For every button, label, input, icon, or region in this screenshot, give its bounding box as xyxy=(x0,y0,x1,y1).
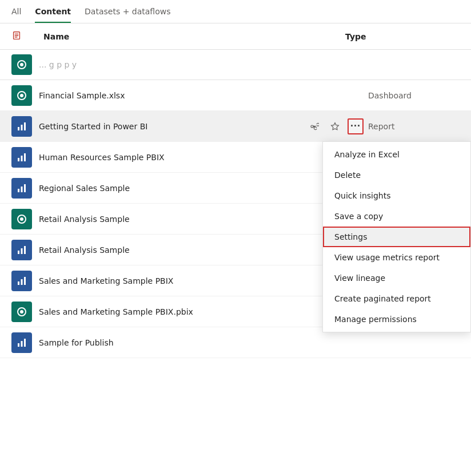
svg-rect-9 xyxy=(21,156,23,161)
svg-rect-25 xyxy=(21,341,23,347)
row-name-getting-started: Getting Started in Power BI xyxy=(39,122,306,131)
row-name-human-resources: Human Resources Sample PBIX xyxy=(39,153,368,162)
table-row-financial[interactable]: Financial Sample.xlsx Dashboard xyxy=(0,80,471,111)
svg-rect-20 xyxy=(21,279,23,285)
svg-rect-17 xyxy=(21,248,23,254)
context-menu: Analyze in Excel Delete Quick insights S… xyxy=(322,141,471,332)
svg-point-15 xyxy=(20,217,23,221)
header-type: Type xyxy=(345,32,460,41)
menu-item-view-lineage[interactable]: View lineage xyxy=(323,268,470,288)
favorite-button[interactable] xyxy=(327,118,343,134)
svg-rect-19 xyxy=(18,281,19,285)
svg-rect-24 xyxy=(18,343,19,347)
tab-datasets[interactable]: Datasets + dataflows xyxy=(85,7,170,23)
content-table: Name Type ... g p p y Financial Sample.x… xyxy=(0,23,471,358)
more-options-button[interactable]: ··· xyxy=(348,118,364,134)
tab-content[interactable]: Content xyxy=(35,7,71,23)
svg-rect-12 xyxy=(21,187,23,192)
svg-rect-21 xyxy=(24,277,26,285)
row-icon-financial xyxy=(11,85,32,106)
table-row-partial: ... g p p y xyxy=(0,50,471,80)
svg-point-7 xyxy=(311,125,313,128)
menu-item-analyze-excel[interactable]: Analyze in Excel xyxy=(323,144,470,165)
tab-all[interactable]: All xyxy=(11,7,21,23)
row-name-sample-publish: Sample for Publish xyxy=(39,338,368,347)
menu-item-settings[interactable]: Settings xyxy=(323,227,470,247)
row-type-financial: Dashboard xyxy=(368,91,460,100)
svg-rect-10 xyxy=(24,153,26,161)
row-icon-sales-marketing xyxy=(11,271,32,291)
svg-rect-18 xyxy=(24,246,26,254)
menu-item-manage-permissions[interactable]: Manage permissions xyxy=(323,309,470,330)
svg-point-23 xyxy=(20,310,23,314)
svg-rect-13 xyxy=(24,184,26,192)
svg-point-1 xyxy=(20,63,23,66)
row-name-sales-marketing-pbix: Sales and Marketing Sample PBIX.pbix xyxy=(39,307,368,316)
svg-rect-6 xyxy=(24,122,26,130)
svg-rect-4 xyxy=(18,127,19,130)
row-icon-partial xyxy=(11,54,32,75)
tabs-bar: All Content Datasets + dataflows xyxy=(0,0,471,23)
row-icon-regional-sales xyxy=(11,178,32,199)
header-icon-col xyxy=(11,30,43,42)
menu-item-quick-insights[interactable]: Quick insights xyxy=(323,185,470,206)
svg-rect-11 xyxy=(18,189,19,192)
menu-item-view-usage[interactable]: View usage metrics report xyxy=(323,247,470,268)
row-name-retail-1: Retail Analysis Sample xyxy=(39,215,368,224)
row-icon-retail-2 xyxy=(11,240,32,260)
share-button[interactable] xyxy=(306,118,322,134)
row-name-partial: ... g p p y xyxy=(39,60,460,69)
row-icon-getting-started xyxy=(11,116,32,137)
menu-item-delete[interactable]: Delete xyxy=(323,165,470,185)
svg-rect-16 xyxy=(18,251,19,254)
row-icon-human-resources xyxy=(11,147,32,168)
row-name-regional-sales: Regional Sales Sample xyxy=(39,184,368,193)
row-actions-getting-started: ··· xyxy=(306,118,364,134)
row-name-financial: Financial Sample.xlsx xyxy=(39,91,368,100)
menu-item-create-paginated[interactable]: Create paginated report xyxy=(323,288,470,309)
table-row-getting-started[interactable]: Getting Started in Power BI ··· Report A… xyxy=(0,111,471,142)
svg-rect-5 xyxy=(21,125,23,130)
menu-item-save-copy[interactable]: Save a copy xyxy=(323,206,470,227)
svg-rect-26 xyxy=(24,339,26,347)
row-name-sales-marketing: Sales and Marketing Sample PBIX xyxy=(39,276,368,285)
row-icon-retail-1 xyxy=(11,209,32,229)
row-icon-sample-publish xyxy=(11,332,32,353)
svg-rect-8 xyxy=(18,158,19,161)
svg-point-3 xyxy=(20,94,23,97)
table-header: Name Type xyxy=(0,23,471,50)
row-type-getting-started: Report xyxy=(368,122,460,131)
header-name: Name xyxy=(43,32,345,41)
row-name-retail-2: Retail Analysis Sample xyxy=(39,245,368,255)
row-icon-sales-marketing-pbix xyxy=(11,302,32,322)
